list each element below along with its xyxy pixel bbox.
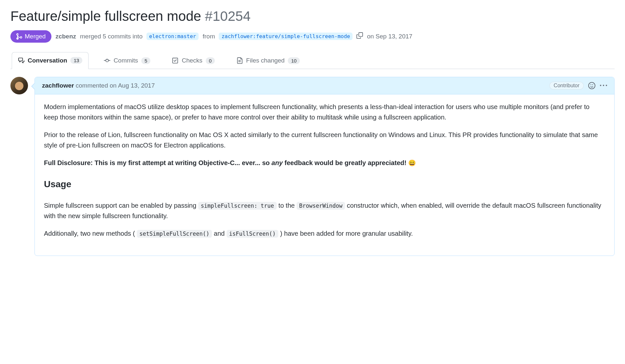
- merge-action-text: merged 5 commits into: [80, 33, 143, 40]
- state-badge-merged: Merged: [10, 30, 51, 43]
- copy-branch-icon[interactable]: [356, 32, 363, 40]
- role-badge: Contributor: [549, 82, 584, 90]
- comment-verb: commented: [76, 82, 108, 89]
- comment-body: Modern implementations of macOS utilize …: [35, 94, 614, 256]
- merge-meta-row: Merged zcbenz merged 5 commits into elec…: [10, 30, 615, 43]
- comment-header-left: zachflower commented on Aug 13, 2017: [42, 82, 155, 89]
- comment-p3: Full Disclosure: This is my first attemp…: [44, 158, 605, 168]
- git-merge-icon: [16, 33, 23, 40]
- pr-tabs: Conversation 13 Commits 5 Checks 0 Files…: [10, 52, 615, 69]
- tab-conversation[interactable]: Conversation 13: [12, 52, 89, 69]
- tab-label: Conversation: [28, 57, 67, 64]
- tab-label: Files changed: [246, 57, 285, 64]
- comment-p1: Modern implementations of macOS utilize …: [44, 102, 605, 122]
- smiley-icon[interactable]: [588, 82, 595, 89]
- base-branch[interactable]: electron:master: [146, 33, 199, 40]
- tab-label: Commits: [114, 57, 138, 64]
- tab-count: 5: [141, 57, 150, 64]
- merge-date: on Sep 13, 2017: [367, 33, 412, 40]
- tab-files-changed[interactable]: Files changed 10: [230, 52, 306, 69]
- code-setsimplefullscreen: setSimpleFullScreen(): [137, 230, 212, 238]
- tab-commits[interactable]: Commits 5: [98, 52, 157, 69]
- comment-header: zachflower commented on Aug 13, 2017 Con…: [35, 77, 614, 94]
- comment-p2: Prior to the release of Lion, fullscreen…: [44, 130, 605, 150]
- comment-header-actions: Contributor: [549, 82, 607, 90]
- pr-title-text: Feature/simple fullscreen mode: [10, 8, 201, 24]
- pr-number: #10254: [205, 8, 251, 24]
- tab-checks[interactable]: Checks 0: [166, 52, 221, 69]
- head-branch[interactable]: zachflower:feature/simple-fullscreen-mod…: [219, 33, 353, 40]
- comment-date[interactable]: on Aug 13, 2017: [110, 82, 155, 89]
- avatar[interactable]: [10, 77, 28, 94]
- code-isfullscreen: isFullScreen(): [227, 230, 278, 238]
- merge-from-text: from: [202, 33, 215, 40]
- timeline: zachflower commented on Aug 13, 2017 Con…: [10, 77, 615, 256]
- code-simplefullscreen: simpleFullscreen: true: [198, 202, 277, 210]
- tab-count: 0: [206, 57, 215, 64]
- comment-p4: Simple fullscreen support can be enabled…: [44, 200, 605, 221]
- kebab-icon[interactable]: [600, 82, 607, 89]
- state-label: Merged: [25, 33, 46, 40]
- comment-box: zachflower commented on Aug 13, 2017 Con…: [35, 77, 615, 256]
- merger-username[interactable]: zcbenz: [55, 33, 76, 40]
- tab-label: Checks: [182, 57, 202, 64]
- usage-heading: Usage: [44, 177, 605, 194]
- comment-author[interactable]: zachflower: [42, 82, 74, 89]
- comment-p5: Additionally, two new methods ( setSimpl…: [44, 228, 605, 239]
- tab-count: 10: [288, 57, 300, 64]
- tab-count: 13: [70, 57, 82, 64]
- pr-title: Feature/simple fullscreen mode #10254: [10, 8, 615, 25]
- grin-emoji: 😄: [408, 160, 416, 166]
- code-browserwindow: BrowserWindow: [297, 202, 345, 210]
